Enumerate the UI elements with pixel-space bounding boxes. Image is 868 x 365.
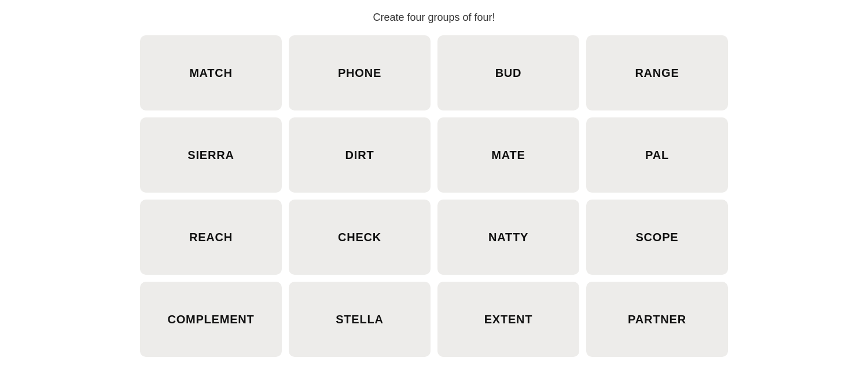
tile-stella[interactable]: STELLA: [289, 282, 431, 357]
tile-complement[interactable]: COMPLEMENT: [140, 282, 282, 357]
tile-label-reach: REACH: [189, 231, 233, 244]
tile-label-complement: COMPLEMENT: [167, 313, 254, 326]
tile-label-mate: MATE: [491, 149, 525, 162]
tile-label-check: CHECK: [338, 231, 381, 244]
tile-match[interactable]: MATCH: [140, 35, 282, 110]
page-subtitle: Create four groups of four!: [373, 12, 495, 24]
tile-partner[interactable]: PARTNER: [586, 282, 728, 357]
tile-label-bud: BUD: [495, 67, 522, 80]
tile-extent[interactable]: EXTENT: [437, 282, 579, 357]
tile-label-partner: PARTNER: [628, 313, 686, 326]
tile-label-pal: PAL: [645, 149, 669, 162]
tile-natty[interactable]: NATTY: [437, 200, 579, 275]
tile-mate[interactable]: MATE: [437, 117, 579, 193]
tile-scope[interactable]: SCOPE: [586, 200, 728, 275]
tile-phone[interactable]: PHONE: [289, 35, 431, 110]
word-grid: MATCHPHONEBUDRANGESIERRADIRTMATEPALREACH…: [140, 35, 728, 357]
tile-label-range: RANGE: [635, 67, 679, 80]
tile-label-natty: NATTY: [488, 231, 528, 244]
tile-label-match: MATCH: [189, 67, 233, 80]
tile-pal[interactable]: PAL: [586, 117, 728, 193]
tile-label-dirt: DIRT: [345, 149, 374, 162]
tile-label-sierra: SIERRA: [187, 149, 234, 162]
tile-range[interactable]: RANGE: [586, 35, 728, 110]
tile-reach[interactable]: REACH: [140, 200, 282, 275]
tile-label-phone: PHONE: [338, 67, 381, 80]
tile-label-stella: STELLA: [336, 313, 384, 326]
tile-dirt[interactable]: DIRT: [289, 117, 431, 193]
tile-label-scope: SCOPE: [635, 231, 678, 244]
tile-check[interactable]: CHECK: [289, 200, 431, 275]
tile-sierra[interactable]: SIERRA: [140, 117, 282, 193]
tile-label-extent: EXTENT: [484, 313, 533, 326]
tile-bud[interactable]: BUD: [437, 35, 579, 110]
